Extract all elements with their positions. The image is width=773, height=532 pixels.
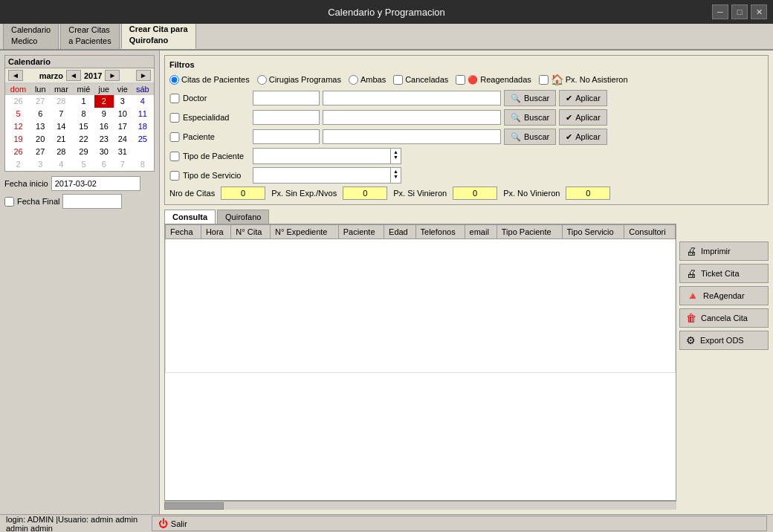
- cal-day-selected[interactable]: 2: [94, 95, 113, 108]
- inner-tab-quirofano[interactable]: Quirofano: [217, 210, 269, 224]
- cal-day[interactable]: 25: [132, 133, 153, 146]
- export-ods-button[interactable]: ⚙ Export ODS: [679, 331, 769, 350]
- radio-reagendadas[interactable]: 🔴 Reagendadas: [456, 75, 531, 85]
- cal-day[interactable]: 8: [73, 108, 94, 120]
- col-telefonos: Telefonos: [415, 225, 465, 239]
- maximize-button[interactable]: □: [731, 4, 748, 19]
- radio-px-no-asistieron[interactable]: 🏠 Px. No Asistieron: [539, 74, 628, 85]
- filter-especialidad-apply-btn[interactable]: ✔ Aplicar: [559, 109, 607, 126]
- cal-day[interactable]: 5: [6, 108, 31, 120]
- cal-day[interactable]: 21: [50, 133, 73, 146]
- h-scrollbar[interactable]: [164, 501, 676, 510]
- filter-tipo-servicio-checkbox[interactable]: [169, 171, 180, 181]
- radio-canceladas[interactable]: Canceladas: [393, 75, 448, 85]
- data-table-container[interactable]: Fecha Hora N° Cita N° Expediente Pacient…: [164, 224, 676, 501]
- filter-tipo-paciente-checkbox[interactable]: [169, 152, 180, 161]
- cal-day[interactable]: 28: [50, 146, 73, 158]
- cal-day[interactable]: 12: [6, 120, 31, 133]
- cancela-cita-button[interactable]: 🗑 Cancela Cita: [679, 308, 769, 328]
- cal-day[interactable]: 14: [50, 120, 73, 133]
- filter-doctor-checkbox[interactable]: [169, 94, 180, 103]
- cal-day[interactable]: 3: [114, 95, 132, 108]
- filter-especialidad-search-btn[interactable]: 🔍 Buscar: [504, 109, 556, 126]
- cal-day[interactable]: 16: [94, 120, 113, 133]
- radio-cirugias[interactable]: Cirugias Programas: [257, 75, 341, 85]
- filter-doctor-search-btn[interactable]: 🔍 Buscar: [504, 90, 556, 106]
- cal-day[interactable]: 27: [31, 146, 50, 158]
- cal-day[interactable]: 9: [94, 108, 113, 120]
- combo-arrows[interactable]: ▲ ▼: [390, 168, 401, 183]
- cal-day[interactable]: 19: [6, 133, 31, 146]
- cal-day[interactable]: 4: [132, 95, 153, 108]
- filter-doctor-input-sm[interactable]: [253, 91, 320, 106]
- h-scrollbar-thumb[interactable]: [164, 502, 224, 510]
- calendar-month: marzo: [39, 71, 63, 80]
- filter-especialidad-label: Especialidad: [183, 113, 250, 122]
- fecha-final-row: Fecha Final: [4, 194, 155, 209]
- tab-crear-cita-quirofano[interactable]: Crear Cita paraQuirofano: [121, 20, 196, 49]
- close-button[interactable]: ✕: [751, 4, 767, 19]
- cal-day[interactable]: 18: [132, 120, 153, 133]
- filter-paciente-input-lg[interactable]: [323, 129, 501, 144]
- cal-day[interactable]: 7: [114, 158, 132, 171]
- filter-doctor-input-lg[interactable]: [323, 91, 501, 106]
- reagendar-button[interactable]: 🔺 ReAgendar: [679, 286, 769, 305]
- cal-day[interactable]: 7: [50, 108, 73, 120]
- filter-paciente-search-btn[interactable]: 🔍 Buscar: [504, 129, 556, 145]
- radio-citas-pacientes[interactable]: Citas de Pacientes: [169, 75, 250, 85]
- cal-day[interactable]: [132, 146, 153, 158]
- cal-day[interactable]: 26: [6, 95, 31, 108]
- stat-px-sin-exp-label: Px. Sin Exp./Nvos: [271, 189, 337, 198]
- tab-calendario-medico[interactable]: CalendarioMedico: [3, 21, 59, 49]
- prev-month-btn[interactable]: ◄: [8, 70, 23, 81]
- filter-tipo-paciente-combo[interactable]: ▲ ▼: [253, 148, 401, 164]
- filter-paciente-apply-btn[interactable]: ✔ Aplicar: [559, 129, 607, 145]
- cal-day[interactable]: 10: [114, 108, 132, 120]
- cal-day[interactable]: 2: [6, 158, 31, 171]
- cal-day[interactable]: 5: [73, 158, 94, 171]
- ticket-cita-button[interactable]: 🖨 Ticket Cita: [679, 264, 769, 283]
- cal-day[interactable]: 15: [73, 120, 94, 133]
- filter-especialidad-input-lg[interactable]: [323, 110, 501, 125]
- cal-day[interactable]: 1: [73, 95, 94, 108]
- cal-day[interactable]: 31: [114, 146, 132, 158]
- cal-day[interactable]: 11: [132, 108, 153, 120]
- cal-day[interactable]: 6: [94, 158, 113, 171]
- combo-arrows[interactable]: ▲ ▼: [390, 149, 401, 163]
- filter-especialidad-checkbox[interactable]: [169, 113, 180, 123]
- cal-day[interactable]: 24: [114, 133, 132, 146]
- filter-tipo-servicio-combo[interactable]: ▲ ▼: [253, 167, 401, 184]
- imprimir-button[interactable]: 🖨 Imprimir: [679, 241, 769, 261]
- cal-day[interactable]: 28: [50, 95, 73, 108]
- next-year-btn[interactable]: ►: [105, 70, 120, 81]
- cal-day[interactable]: 26: [6, 146, 31, 158]
- fecha-inicio-input[interactable]: [51, 176, 140, 191]
- cal-day[interactable]: 30: [94, 146, 113, 158]
- cal-day[interactable]: 27: [31, 95, 50, 108]
- filter-especialidad-input-sm[interactable]: [253, 110, 320, 125]
- prev-year-btn[interactable]: ◄: [66, 70, 81, 81]
- inner-tab-consulta[interactable]: Consulta: [164, 210, 216, 224]
- radio-ambas[interactable]: Ambas: [349, 75, 386, 85]
- minimize-button[interactable]: ─: [712, 4, 728, 19]
- next-month-btn[interactable]: ►: [136, 70, 151, 81]
- salir-button[interactable]: ⏻ Salir: [152, 516, 767, 531]
- cal-day[interactable]: 23: [94, 133, 113, 146]
- stat-px-no-vinieron-value: [566, 186, 610, 200]
- cal-day[interactable]: 6: [31, 108, 50, 120]
- cal-day[interactable]: 20: [31, 133, 50, 146]
- cal-day[interactable]: 22: [73, 133, 94, 146]
- cal-day[interactable]: 4: [50, 158, 73, 171]
- fecha-final-input[interactable]: [62, 194, 122, 209]
- cal-day[interactable]: 3: [31, 158, 50, 171]
- filter-paciente-input-sm[interactable]: [253, 129, 320, 144]
- fecha-final-checkbox[interactable]: [4, 197, 14, 207]
- cal-day[interactable]: 17: [114, 120, 132, 133]
- cal-day[interactable]: 13: [31, 120, 50, 133]
- tab-crear-citas[interactable]: Crear Citasa Pacientes: [60, 21, 119, 49]
- col-tipo-paciente: Tipo Paciente: [497, 225, 562, 239]
- filter-doctor-apply-btn[interactable]: ✔ Aplicar: [559, 90, 607, 106]
- cal-day[interactable]: 8: [132, 158, 153, 171]
- filter-paciente-checkbox[interactable]: [169, 132, 180, 142]
- cal-day[interactable]: 29: [73, 146, 94, 158]
